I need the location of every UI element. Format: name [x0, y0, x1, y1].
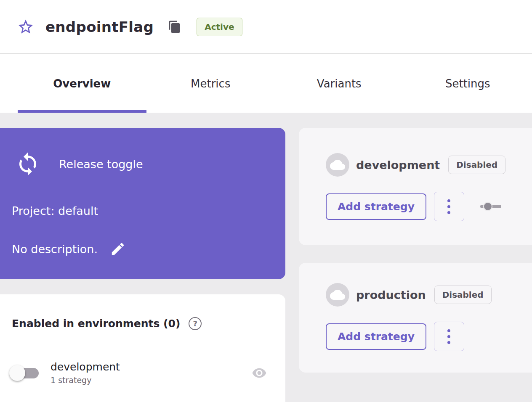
- tab-label: Settings: [445, 77, 490, 90]
- cloud-icon: [326, 283, 349, 307]
- environment-card-production: production Disabled Add strategy: [299, 263, 532, 373]
- environment-card-name: production: [356, 288, 426, 302]
- feature-flag-overview-page: endpointFlag Active Overview Metrics Var…: [0, 0, 532, 402]
- description-text: No description.: [12, 243, 98, 256]
- tab-label: Metrics: [191, 77, 230, 90]
- cloud-icon: [326, 153, 349, 177]
- favorite-star-icon[interactable]: [17, 18, 35, 36]
- environment-toggle-row: development 1 strategy: [9, 361, 267, 385]
- environment-card-header: development Disabled: [326, 153, 505, 177]
- description-row: No description.: [12, 241, 126, 257]
- release-toggle-icon: [15, 151, 40, 177]
- environment-toggle-switch[interactable]: [9, 365, 40, 381]
- kebab-dot: [447, 335, 450, 338]
- page-title: endpointFlag: [45, 19, 154, 35]
- edit-description-icon[interactable]: [109, 241, 126, 257]
- copy-icon[interactable]: [168, 20, 181, 34]
- add-strategy-button[interactable]: Add strategy: [326, 193, 426, 220]
- panel-title: Enabled in environments (0): [12, 317, 180, 330]
- add-strategy-button[interactable]: Add strategy: [326, 323, 426, 350]
- environment-info: development 1 strategy: [51, 361, 120, 385]
- environment-card-header: production Disabled: [326, 283, 492, 307]
- kebab-dot: [447, 329, 450, 332]
- kebab-dot: [447, 199, 450, 202]
- more-options-button[interactable]: [434, 192, 464, 221]
- project-label: Project: default: [12, 204, 98, 217]
- toggle-type-label: Release toggle: [59, 158, 143, 171]
- environment-switch-icon[interactable]: [479, 201, 502, 212]
- help-icon[interactable]: ?: [189, 317, 202, 330]
- tab-metrics[interactable]: Metrics: [146, 54, 275, 113]
- enabled-environments-panel: Enabled in environments (0) ? developmen…: [0, 294, 285, 402]
- tab-label: Variants: [317, 77, 362, 90]
- kebab-dot: [447, 341, 450, 344]
- environment-card-actions: Add strategy: [326, 192, 502, 221]
- kebab-dot: [447, 205, 450, 208]
- page-header: endpointFlag Active: [0, 0, 532, 54]
- toggle-type-header: Release toggle: [15, 151, 143, 177]
- tab-label: Overview: [53, 77, 111, 90]
- tab-settings[interactable]: Settings: [404, 54, 532, 113]
- active-tab-indicator: [18, 110, 146, 113]
- status-badge: Active: [197, 18, 242, 36]
- environment-strategy-count: 1 strategy: [51, 376, 120, 385]
- panel-title-row: Enabled in environments (0) ?: [12, 317, 202, 330]
- switch-thumb: [9, 365, 25, 381]
- environment-card-name: development: [356, 159, 440, 172]
- environment-name: development: [51, 361, 120, 373]
- kebab-dot: [447, 211, 450, 214]
- more-options-button[interactable]: [434, 322, 464, 351]
- environment-card-development: development Disabled Add strategy: [299, 128, 532, 245]
- tab-variants[interactable]: Variants: [275, 54, 404, 113]
- visibility-eye-icon[interactable]: [252, 365, 267, 381]
- environment-status-badge: Disabled: [434, 286, 492, 304]
- environment-card-actions: Add strategy: [326, 322, 464, 351]
- tab-overview[interactable]: Overview: [18, 54, 146, 113]
- tab-bar: Overview Metrics Variants Settings: [0, 54, 532, 113]
- environment-status-badge: Disabled: [448, 156, 505, 174]
- toggle-type-card: Release toggle Project: default No descr…: [0, 128, 285, 279]
